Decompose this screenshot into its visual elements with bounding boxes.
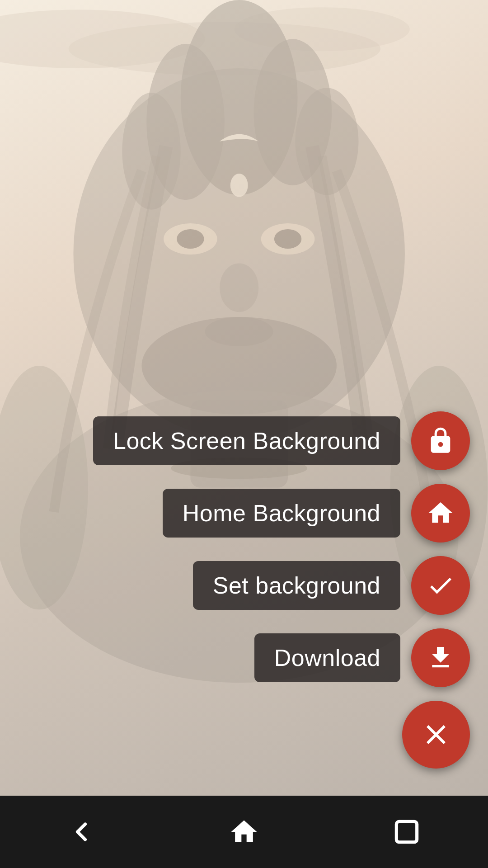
close-button[interactable] <box>402 701 470 769</box>
home-background-row: Home Background <box>0 484 470 542</box>
checkmark-icon <box>426 571 455 600</box>
lock-icon <box>426 426 455 455</box>
download-label: Download <box>254 633 400 682</box>
home-nav-button[interactable] <box>220 807 268 856</box>
recents-icon <box>391 816 422 847</box>
home-nav-icon <box>229 816 259 847</box>
lock-screen-button[interactable] <box>411 411 470 470</box>
download-icon <box>426 643 455 672</box>
set-background-button[interactable] <box>411 556 470 615</box>
download-row: Download <box>0 628 470 687</box>
close-icon <box>420 718 452 751</box>
svg-rect-22 <box>396 821 417 842</box>
back-button[interactable] <box>57 807 106 856</box>
actions-area: Lock Screen Background Home Background S… <box>0 0 488 796</box>
content-area: Lock Screen Background Home Background S… <box>0 0 488 868</box>
home-background-button[interactable] <box>411 484 470 542</box>
recents-button[interactable] <box>382 807 431 856</box>
home-background-label: Home Background <box>163 489 400 538</box>
home-icon <box>426 499 455 528</box>
back-arrow-icon <box>66 816 97 847</box>
set-background-label: Set background <box>193 561 400 610</box>
download-button[interactable] <box>411 628 470 687</box>
close-row <box>0 701 470 769</box>
lock-screen-label: Lock Screen Background <box>93 416 400 465</box>
lock-screen-row: Lock Screen Background <box>0 411 470 470</box>
set-background-row: Set background <box>0 556 470 615</box>
navigation-bar <box>0 796 488 868</box>
